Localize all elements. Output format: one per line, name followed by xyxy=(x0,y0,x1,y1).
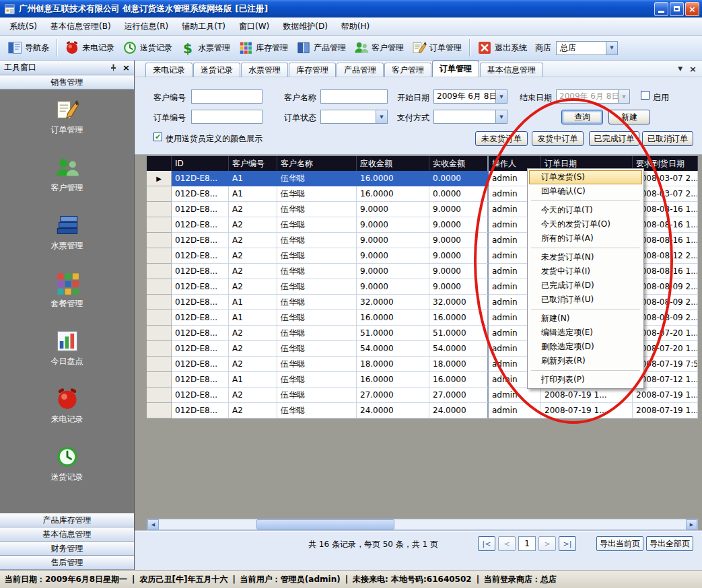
pin-icon[interactable] xyxy=(110,64,117,71)
grid-cell[interactable]: 012D-E8... xyxy=(172,279,229,295)
row-selector[interactable] xyxy=(147,388,172,403)
toolbar-button-exit[interactable]: 退出系统 xyxy=(473,38,531,58)
grid-cell[interactable]: A2 xyxy=(229,388,277,403)
context-menu-item[interactable]: 打印列表(P) xyxy=(529,373,642,387)
first-page-button[interactable]: |< xyxy=(478,536,495,551)
grid-cell[interactable]: A2 xyxy=(229,264,277,279)
context-menu-item[interactable]: 已完成订单(D) xyxy=(529,279,642,293)
grid-cell[interactable]: 伍华聪 xyxy=(277,372,357,388)
grid-cell[interactable]: 012D-E8... xyxy=(172,295,229,310)
sidebar-section-button-4[interactable]: 售后管理 xyxy=(0,556,134,570)
last-page-button[interactable]: >| xyxy=(559,536,576,551)
grid-cell[interactable]: 18.0000 xyxy=(357,357,429,372)
context-menu-item[interactable]: 刷新列表(R) xyxy=(529,354,642,368)
grid-cell[interactable]: A2 xyxy=(229,279,277,295)
grid-cell[interactable]: 伍华聪 xyxy=(277,202,357,217)
grid-cell[interactable]: 2008-07-19 1... xyxy=(541,403,633,418)
tab-3[interactable]: 水票管理 xyxy=(241,63,288,77)
grid-cell[interactable]: 54.0000 xyxy=(429,341,489,357)
grid-cell[interactable]: 27.0000 xyxy=(357,388,429,403)
grid-cell[interactable]: 伍华聪 xyxy=(277,233,357,248)
grid-cell[interactable]: 9.0000 xyxy=(429,264,489,279)
row-selector[interactable] xyxy=(147,372,172,388)
grid-cell[interactable]: 18.0000 xyxy=(429,357,489,372)
enable-checkbox[interactable] xyxy=(641,91,650,100)
row-selector[interactable]: ▶ xyxy=(147,171,172,186)
grid-cell[interactable]: 24.0000 xyxy=(429,403,489,418)
row-selector[interactable] xyxy=(147,326,172,341)
grid-cell[interactable]: 16.0000 xyxy=(429,310,489,326)
grid-cell[interactable]: A2 xyxy=(229,357,277,372)
grid-cell[interactable]: 012D-E8... xyxy=(172,171,229,186)
grid-cell[interactable]: 伍华聪 xyxy=(277,310,357,326)
context-menu-item[interactable]: 所有的订单(A) xyxy=(529,231,642,246)
tab-1[interactable]: 来电记录 xyxy=(145,63,192,77)
restore-button[interactable] xyxy=(670,2,684,16)
context-menu-item[interactable]: 订单发货(S) xyxy=(529,170,642,184)
grid-cell[interactable]: 9.0000 xyxy=(357,233,429,248)
row-selector[interactable] xyxy=(147,217,172,233)
sidebar-item-order-pen[interactable]: 订单管理 xyxy=(51,98,83,136)
context-menu-item[interactable]: 已取消订单(U) xyxy=(529,293,642,307)
grid-cell[interactable]: 9.0000 xyxy=(429,233,489,248)
grid-cell[interactable]: 27.0000 xyxy=(429,388,489,403)
grid-cell[interactable]: admin xyxy=(489,403,541,418)
row-selector[interactable] xyxy=(147,248,172,264)
row-selector[interactable] xyxy=(147,264,172,279)
close-icon[interactable]: × xyxy=(122,63,130,72)
grid-cell[interactable]: 16.0000 xyxy=(357,372,429,388)
tab-list-icon[interactable]: ▼ xyxy=(678,66,682,72)
context-menu-item[interactable]: 编辑选定项(E) xyxy=(529,326,642,340)
start-date-picker[interactable]: 2009年 6月 8日 ▼ xyxy=(433,89,507,104)
sidebar-item-water-books[interactable]: 水票管理 xyxy=(51,213,83,252)
order-status-dropdown[interactable]: ▼ xyxy=(320,110,388,124)
grid-cell[interactable]: 012D-E8... xyxy=(172,310,229,326)
grid-cell[interactable]: A1 xyxy=(229,171,277,186)
grid-cell[interactable]: A2 xyxy=(229,326,277,341)
grid-cell[interactable]: 16.0000 xyxy=(357,310,429,326)
tab-7[interactable]: 订单管理 xyxy=(432,61,479,77)
grid-cell[interactable]: A2 xyxy=(229,233,277,248)
row-selector[interactable] xyxy=(147,357,172,372)
grid-cell[interactable]: 伍华聪 xyxy=(277,357,357,372)
tab-close-icon[interactable]: × xyxy=(689,65,697,73)
grid-cell[interactable]: A2 xyxy=(229,217,277,233)
pay-method-dropdown[interactable]: ▼ xyxy=(433,110,507,124)
grid-cell[interactable]: 012D-E8... xyxy=(172,341,229,357)
titlebar[interactable]: 广州创意互联技术有限公司 创意订货送水管理系统网络版 [已注册] × xyxy=(0,0,702,17)
toolbar-button-customer[interactable]: 客户管理 xyxy=(350,38,408,58)
chevron-down-icon[interactable]: ▼ xyxy=(376,110,387,123)
menubar-item-1[interactable]: 系统(S) xyxy=(3,17,44,36)
export-current-page-button[interactable]: 导出当前页 xyxy=(596,536,643,551)
minimize-button[interactable] xyxy=(654,2,668,16)
scrollbar-thumb[interactable] xyxy=(256,519,394,529)
page-number-input[interactable] xyxy=(518,536,536,551)
grid-cell[interactable]: 9.0000 xyxy=(429,202,489,217)
grid-cell[interactable]: 伍华聪 xyxy=(277,388,357,403)
sidebar-section-button-1[interactable]: 产品库存管理 xyxy=(0,513,134,527)
grid-cell[interactable]: 伍华聪 xyxy=(277,326,357,341)
grid-cell[interactable]: 012D-E8... xyxy=(172,326,229,341)
grid-cell[interactable]: 012D-E8... xyxy=(172,202,229,217)
scrollbar-track[interactable] xyxy=(159,519,686,529)
tab-8[interactable]: 基本信息管理 xyxy=(480,63,543,77)
grid-cell[interactable]: 51.0000 xyxy=(357,326,429,341)
sidebar-section-button-2[interactable]: 基本信息管理 xyxy=(0,527,134,542)
grid-cell[interactable]: 012D-E8... xyxy=(172,233,229,248)
grid-cell[interactable]: 16.0000 xyxy=(357,171,429,186)
grid-cell[interactable]: 2008-07-19 1... xyxy=(541,388,633,403)
sidebar-item-delivery-clock[interactable]: 送货记录 xyxy=(51,445,83,483)
row-selector[interactable] xyxy=(147,295,172,310)
row-selector[interactable] xyxy=(147,403,172,418)
context-menu-item[interactable]: 今天的订单(T) xyxy=(529,203,642,217)
column-header[interactable]: 客户编号 xyxy=(229,156,277,171)
row-selector[interactable] xyxy=(147,233,172,248)
completed-orders-button[interactable]: 已完成订单 xyxy=(589,131,639,146)
grid-cell[interactable]: 9.0000 xyxy=(357,264,429,279)
grid-cell[interactable]: A1 xyxy=(229,186,277,202)
customer-no-input[interactable] xyxy=(191,89,262,104)
grid-cell[interactable]: 012D-E8... xyxy=(172,357,229,372)
context-menu-item[interactable]: 发货中订单(I) xyxy=(529,264,642,279)
toolbar-button-delivery-clock[interactable]: 送货记录 xyxy=(118,38,176,58)
grid-cell[interactable]: 0.0000 xyxy=(429,186,489,202)
